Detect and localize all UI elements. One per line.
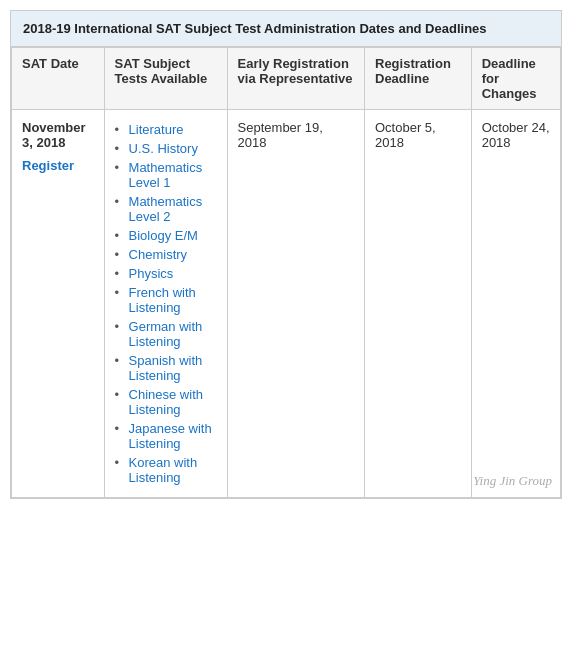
cell-deadline-changes: October 24, 2018Ying Jin Group	[471, 110, 560, 498]
cell-sat-date: November 3, 2018Register	[12, 110, 105, 498]
col-header-deadline-changes: Deadline for Changes	[471, 48, 560, 110]
subject-link[interactable]: Physics	[129, 266, 174, 281]
list-item: Mathematics Level 1	[115, 158, 217, 192]
list-item: Chemistry	[115, 245, 217, 264]
sat-date-text: November 3, 2018	[22, 120, 94, 150]
subject-link[interactable]: French with Listening	[129, 285, 196, 315]
subject-link[interactable]: Mathematics Level 2	[129, 194, 203, 224]
cell-early-reg: September 19, 2018	[227, 110, 364, 498]
list-item: Physics	[115, 264, 217, 283]
schedule-table: SAT Date SAT Subject Tests Available Ear…	[11, 47, 561, 498]
watermark-text: Ying Jin Group	[473, 473, 552, 489]
list-item: Chinese with Listening	[115, 385, 217, 419]
subject-link[interactable]: Chinese with Listening	[129, 387, 203, 417]
list-item: Biology E/M	[115, 226, 217, 245]
cell-subjects: LiteratureU.S. HistoryMathematics Level …	[104, 110, 227, 498]
col-header-sat-date: SAT Date	[12, 48, 105, 110]
list-item: Literature	[115, 120, 217, 139]
subject-link[interactable]: Chemistry	[129, 247, 188, 262]
subject-link[interactable]: Literature	[129, 122, 184, 137]
list-item: German with Listening	[115, 317, 217, 351]
main-table-wrapper: 2018-19 International SAT Subject Test A…	[10, 10, 562, 499]
list-item: U.S. History	[115, 139, 217, 158]
header-row: SAT Date SAT Subject Tests Available Ear…	[12, 48, 561, 110]
subject-link[interactable]: Biology E/M	[129, 228, 198, 243]
col-header-subjects: SAT Subject Tests Available	[104, 48, 227, 110]
subject-link[interactable]: German with Listening	[129, 319, 203, 349]
register-link[interactable]: Register	[22, 158, 94, 173]
list-item: Spanish with Listening	[115, 351, 217, 385]
subject-link[interactable]: U.S. History	[129, 141, 198, 156]
subject-link[interactable]: Korean with Listening	[129, 455, 198, 485]
subject-link[interactable]: Mathematics Level 1	[129, 160, 203, 190]
subject-link[interactable]: Spanish with Listening	[129, 353, 203, 383]
list-item: Korean with Listening	[115, 453, 217, 487]
list-item: Japanese with Listening	[115, 419, 217, 453]
col-header-early-reg: Early Registration via Representative	[227, 48, 364, 110]
cell-reg-deadline: October 5, 2018	[365, 110, 472, 498]
col-header-reg-deadline: Registration Deadline	[365, 48, 472, 110]
subject-link[interactable]: Japanese with Listening	[129, 421, 212, 451]
table-row: November 3, 2018RegisterLiteratureU.S. H…	[12, 110, 561, 498]
list-item: French with Listening	[115, 283, 217, 317]
list-item: Mathematics Level 2	[115, 192, 217, 226]
subject-list: LiteratureU.S. HistoryMathematics Level …	[115, 120, 217, 487]
table-title: 2018-19 International SAT Subject Test A…	[11, 11, 561, 47]
